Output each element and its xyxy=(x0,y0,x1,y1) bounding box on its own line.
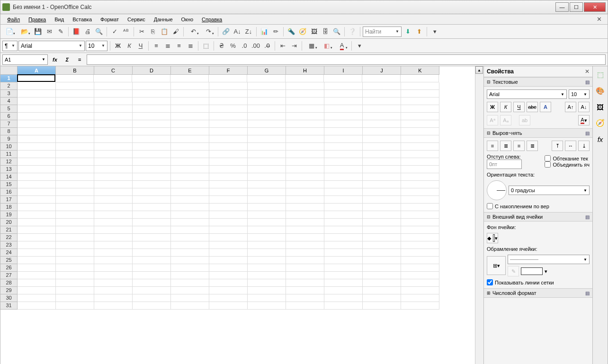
toolbar2-overflow-icon[interactable]: ▾ xyxy=(354,41,365,51)
border-color-button[interactable]: ✎ xyxy=(508,266,519,276)
row-header[interactable]: 2 xyxy=(0,82,18,90)
cell[interactable] xyxy=(94,196,133,204)
cell[interactable] xyxy=(248,166,286,173)
cell[interactable] xyxy=(401,158,439,166)
cell[interactable] xyxy=(324,287,363,294)
sb-underline-button[interactable]: Ч xyxy=(513,102,525,112)
cell[interactable] xyxy=(133,113,171,120)
cell[interactable] xyxy=(133,135,171,143)
cell[interactable] xyxy=(209,188,248,196)
cell[interactable] xyxy=(324,105,363,113)
cell[interactable] xyxy=(56,302,94,310)
cell[interactable] xyxy=(248,128,286,135)
cell[interactable] xyxy=(56,98,94,105)
zoom-button[interactable]: 🔍 xyxy=(331,27,342,37)
column-header[interactable]: H xyxy=(286,66,324,75)
cell[interactable] xyxy=(401,287,439,294)
cell[interactable] xyxy=(363,181,401,188)
cell[interactable] xyxy=(133,294,171,302)
cell[interactable] xyxy=(286,249,324,257)
cell[interactable] xyxy=(286,294,324,302)
cell[interactable] xyxy=(324,135,363,143)
cell[interactable] xyxy=(286,241,324,249)
cell[interactable] xyxy=(56,158,94,166)
cell[interactable] xyxy=(324,143,363,151)
italic-button[interactable]: К xyxy=(124,41,134,51)
cell[interactable] xyxy=(401,272,439,279)
cell[interactable] xyxy=(171,173,209,181)
sb-shrink-font-button[interactable]: A↓ xyxy=(578,102,590,112)
cell[interactable] xyxy=(324,120,363,128)
cell[interactable] xyxy=(18,272,56,279)
cell-reference-input[interactable]: A1 ▼ xyxy=(2,54,48,65)
cell[interactable] xyxy=(401,181,439,188)
merge-cells-button[interactable]: ⬚ xyxy=(201,41,211,51)
cell[interactable] xyxy=(209,135,248,143)
cell[interactable] xyxy=(286,234,324,241)
sb-valign-bot-button[interactable]: ⤓ xyxy=(578,141,590,151)
cell[interactable] xyxy=(363,188,401,196)
currency-button[interactable]: ₴ xyxy=(216,41,227,51)
cell[interactable] xyxy=(363,173,401,181)
cell[interactable] xyxy=(94,204,133,211)
cell[interactable] xyxy=(133,241,171,249)
cell[interactable] xyxy=(324,90,363,98)
cell[interactable] xyxy=(209,219,248,226)
cell[interactable] xyxy=(401,204,439,211)
deck-navigator-icon[interactable]: 🧭 xyxy=(595,117,606,129)
sb-super-button[interactable]: Aᵃ xyxy=(487,115,498,125)
cell[interactable] xyxy=(209,264,248,272)
redo-button[interactable]: ↷ xyxy=(201,27,215,37)
align-left-button[interactable]: ≡ xyxy=(151,41,161,51)
cell[interactable] xyxy=(94,98,133,105)
sb-align-left-button[interactable]: ≡ xyxy=(487,141,498,151)
cell[interactable] xyxy=(132,75,170,82)
cell[interactable] xyxy=(363,226,401,234)
cell[interactable] xyxy=(248,211,286,219)
sb-bold-button[interactable]: Ж xyxy=(487,102,498,112)
cell[interactable] xyxy=(94,105,133,113)
cell[interactable] xyxy=(56,188,94,196)
cell[interactable] xyxy=(209,241,248,249)
cell[interactable] xyxy=(324,196,363,204)
wrap-text-checkbox[interactable]: Обтекание тек xyxy=(545,155,590,161)
cell[interactable] xyxy=(286,211,324,219)
column-header[interactable]: C xyxy=(94,66,133,75)
cell[interactable] xyxy=(286,302,324,310)
font-size-combo[interactable]: 10 ▼ xyxy=(86,41,107,51)
cell[interactable] xyxy=(18,257,56,264)
cell[interactable] xyxy=(56,166,94,173)
cell[interactable] xyxy=(209,90,248,98)
cell[interactable] xyxy=(324,82,363,90)
align-center-button[interactable]: ≣ xyxy=(162,41,173,51)
cell[interactable] xyxy=(363,120,401,128)
cell[interactable] xyxy=(18,166,56,173)
cell[interactable] xyxy=(56,241,94,249)
cell[interactable] xyxy=(94,219,133,226)
cell[interactable] xyxy=(133,219,171,226)
section-appearance-head[interactable]: ⊟ Внешний вид ячейки ▤ xyxy=(484,212,592,222)
open-button[interactable]: 📂 xyxy=(18,27,32,37)
cell[interactable] xyxy=(56,204,94,211)
cell[interactable] xyxy=(171,105,209,113)
cell[interactable] xyxy=(171,249,209,257)
cell[interactable] xyxy=(133,98,171,105)
row-header[interactable]: 27 xyxy=(0,272,18,279)
cell[interactable] xyxy=(286,279,324,287)
cell[interactable] xyxy=(56,113,94,120)
paste-button[interactable]: 📋 xyxy=(159,27,170,37)
cell[interactable] xyxy=(133,105,171,113)
row-header[interactable]: 10 xyxy=(0,143,18,151)
style-combo[interactable]: ¶ ▼ xyxy=(2,41,18,51)
find-dropdown-arrow-icon[interactable]: ▼ xyxy=(393,29,399,34)
cell[interactable] xyxy=(171,279,209,287)
cell[interactable] xyxy=(133,226,171,234)
row-header[interactable]: 17 xyxy=(0,196,18,204)
cell[interactable] xyxy=(209,82,248,90)
cell[interactable] xyxy=(324,113,363,120)
cell[interactable] xyxy=(56,90,94,98)
cell[interactable] xyxy=(171,241,209,249)
cell[interactable] xyxy=(209,204,248,211)
cell[interactable] xyxy=(324,226,363,234)
cell[interactable] xyxy=(248,264,286,272)
